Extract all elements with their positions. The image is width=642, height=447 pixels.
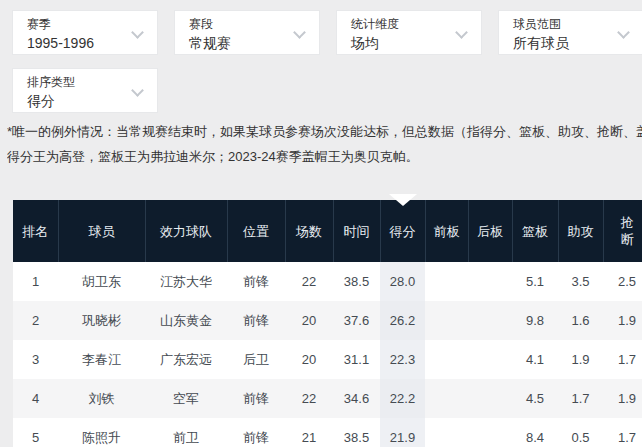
stats-table: 排名 球员 效力球队 位置 场数 时间 得分 前板 后板 篮板 助攻 抢断 1	[13, 200, 642, 447]
cell-rank: 1	[13, 262, 58, 301]
cell-offensive-rebounds	[425, 379, 468, 418]
filter-value: 1995-1996	[27, 34, 131, 52]
chevron-down-icon	[131, 26, 144, 39]
filter-value: 所有球员	[513, 34, 617, 52]
cell-assists: 1.7	[558, 379, 603, 418]
chevron-down-icon	[455, 26, 468, 39]
stats-page: 赛季 1995-1996 赛段 常规赛 统计维度 场均 球员范围 所有球员 排序…	[0, 0, 642, 447]
cell-minutes: 38.5	[333, 262, 380, 301]
cell-games: 22	[285, 262, 333, 301]
header-assists[interactable]: 助攻	[558, 200, 603, 262]
cell-defensive-rebounds	[468, 262, 512, 301]
header-rebounds[interactable]: 篮板	[512, 200, 558, 262]
cell-assists: 1.6	[558, 301, 603, 340]
cell-team: 山东黄金	[145, 301, 227, 340]
cell-team: 空军	[145, 379, 227, 418]
cell-rebounds: 5.1	[512, 262, 558, 301]
filter-label: 统计维度	[351, 16, 455, 32]
cell-rebounds: 8.4	[512, 418, 558, 447]
sort-type-select[interactable]: 排序类型 得分	[12, 68, 158, 113]
chevron-down-icon	[617, 26, 630, 39]
stats-table-wrap: 排名 球员 效力球队 位置 场数 时间 得分 前板 后板 篮板 助攻 抢断 1	[13, 200, 642, 447]
cell-rebounds: 4.5	[512, 379, 558, 418]
filter-label: 赛季	[27, 16, 131, 32]
chevron-down-icon	[131, 84, 144, 97]
exception-note: *唯一的例外情况：当常规赛结束时，如果某球员参赛场次没能达标，但总数据（指得分、…	[7, 119, 642, 169]
header-steals[interactable]: 抢断	[603, 200, 642, 262]
cell-player: 胡卫东	[58, 262, 145, 301]
cell-rank: 4	[13, 379, 58, 418]
cell-points: 22.2	[380, 379, 425, 418]
stage-select[interactable]: 赛段 常规赛	[174, 10, 320, 55]
cell-minutes: 37.6	[333, 301, 380, 340]
header-rank[interactable]: 排名	[13, 200, 58, 262]
cell-games: 20	[285, 301, 333, 340]
cell-position: 前锋	[227, 379, 285, 418]
cell-defensive-rebounds	[468, 418, 512, 447]
table-row: 1 胡卫东 江苏大华 前锋 22 38.5 28.0 5.1 3.5 2.5	[13, 262, 642, 301]
cell-offensive-rebounds	[425, 418, 468, 447]
table-row: 3 李春江 广东宏远 后卫 20 31.1 22.3 4.1 1.9 1.7	[13, 340, 642, 379]
chevron-down-icon	[293, 26, 306, 39]
filter-value: 场均	[351, 34, 455, 52]
cell-position: 后卫	[227, 340, 285, 379]
note-line-2: 得分王为高登，篮板王为弗拉迪米尔；2023-24赛季盖帽王为奥贝克帕。	[7, 144, 642, 169]
cell-assists: 3.5	[558, 262, 603, 301]
player-scope-select[interactable]: 球员范围 所有球员	[498, 10, 642, 55]
cell-team: 江苏大华	[145, 262, 227, 301]
cell-steals: 2.5	[603, 262, 642, 301]
cell-assists: 1.9	[558, 340, 603, 379]
cell-steals: 1.7	[603, 340, 642, 379]
cell-games: 20	[285, 340, 333, 379]
cell-rebounds: 4.1	[512, 340, 558, 379]
cell-points: 22.3	[380, 340, 425, 379]
header-minutes[interactable]: 时间	[333, 200, 380, 262]
cell-defensive-rebounds	[468, 340, 512, 379]
filter-label: 球员范围	[513, 16, 617, 32]
season-select[interactable]: 赛季 1995-1996	[12, 10, 158, 55]
cell-games: 22	[285, 379, 333, 418]
cell-steals: 1.7	[603, 418, 642, 447]
header-games[interactable]: 场数	[285, 200, 333, 262]
cell-player: 李春江	[58, 340, 145, 379]
cell-player: 巩晓彬	[58, 301, 145, 340]
sort-indicator-caret-icon	[389, 194, 417, 206]
cell-points: 28.0	[380, 262, 425, 301]
filters-row-2: 排序类型 得分	[12, 68, 642, 113]
header-defensive-rebounds[interactable]: 后板	[468, 200, 512, 262]
filters-row-1: 赛季 1995-1996 赛段 常规赛 统计维度 场均 球员范围 所有球员	[12, 10, 642, 55]
cell-rank: 5	[13, 418, 58, 447]
cell-team: 前卫	[145, 418, 227, 447]
filter-label: 排序类型	[27, 74, 131, 90]
note-line-1: *唯一的例外情况：当常规赛结束时，如果某球员参赛场次没能达标，但总数据（指得分、…	[7, 119, 642, 144]
cell-minutes: 31.1	[333, 340, 380, 379]
cell-minutes: 34.6	[333, 379, 380, 418]
table-row: 4 刘铁 空军 前锋 22 34.6 22.2 4.5 1.7 1.9	[13, 379, 642, 418]
table-row: 5 陈照升 前卫 前锋 21 38.5 21.9 8.4 0.5 1.7	[13, 418, 642, 447]
cell-position: 前锋	[227, 418, 285, 447]
header-player[interactable]: 球员	[58, 200, 145, 262]
cell-player: 刘铁	[58, 379, 145, 418]
cell-points: 21.9	[380, 418, 425, 447]
cell-defensive-rebounds	[468, 379, 512, 418]
cell-rank: 2	[13, 301, 58, 340]
cell-team: 广东宏远	[145, 340, 227, 379]
header-offensive-rebounds[interactable]: 前板	[425, 200, 468, 262]
cell-position: 前锋	[227, 262, 285, 301]
table-header-row: 排名 球员 效力球队 位置 场数 时间 得分 前板 后板 篮板 助攻 抢断	[13, 200, 642, 262]
header-team[interactable]: 效力球队	[145, 200, 227, 262]
filter-value: 得分	[27, 92, 131, 110]
cell-position: 前锋	[227, 301, 285, 340]
cell-minutes: 38.5	[333, 418, 380, 447]
cell-rank: 3	[13, 340, 58, 379]
header-position[interactable]: 位置	[227, 200, 285, 262]
stat-dimension-select[interactable]: 统计维度 场均	[336, 10, 482, 55]
cell-offensive-rebounds	[425, 340, 468, 379]
cell-points: 26.2	[380, 301, 425, 340]
filter-label: 赛段	[189, 16, 293, 32]
header-points[interactable]: 得分	[380, 200, 425, 262]
cell-steals: 1.9	[603, 301, 642, 340]
cell-games: 21	[285, 418, 333, 447]
cell-assists: 0.5	[558, 418, 603, 447]
filter-value: 常规赛	[189, 34, 293, 52]
